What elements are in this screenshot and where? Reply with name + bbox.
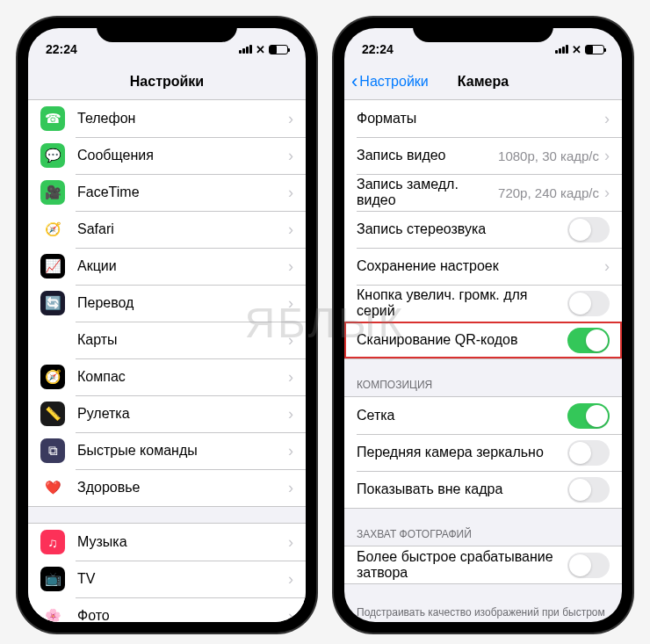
row-video[interactable]: Запись видео1080p, 30 кадр/с›	[344, 137, 622, 174]
row-label: Сканирование QR-кодов	[357, 332, 567, 348]
chevron-right-icon: ›	[288, 533, 293, 552]
chevron-right-icon: ›	[288, 405, 293, 423]
toggle-knob	[569, 219, 591, 241]
health-icon: ❤️	[40, 475, 65, 500]
row-label: Сетка	[357, 408, 567, 423]
chevron-right-icon: ›	[604, 147, 610, 165]
toggle-outside[interactable]	[567, 477, 610, 503]
camera-settings-list[interactable]: Форматы›Запись видео1080p, 30 кадр/с›Зап…	[344, 100, 622, 622]
notch	[413, 18, 553, 42]
battery-icon	[269, 45, 288, 54]
row-label: Акции	[77, 258, 288, 274]
chevron-right-icon: ›	[288, 221, 293, 239]
row-stocks[interactable]: 📈Акции›	[28, 248, 306, 285]
toggle-mirror[interactable]	[567, 440, 610, 466]
toggle-knob	[569, 554, 591, 576]
toggle-burst[interactable]	[567, 291, 610, 316]
nav-bar: Настройки	[28, 63, 306, 100]
chevron-right-icon: ›	[288, 184, 293, 202]
chevron-right-icon: ›	[288, 294, 293, 313]
row-preserve[interactable]: Сохранение настроек›	[344, 248, 622, 285]
row-compass[interactable]: 🧭Компас›	[28, 358, 306, 395]
page-title: Настройки	[130, 74, 204, 90]
row-label: Safari	[77, 221, 288, 237]
row-maps[interactable]: 🗺Карты›	[28, 322, 306, 358]
row-value: 1080p, 30 кадр/с	[498, 148, 599, 163]
phone-icon: ☎	[40, 106, 65, 131]
row-photos[interactable]: 🌸Фото›	[28, 597, 306, 622]
toggle-knob	[586, 329, 608, 351]
notch	[97, 18, 237, 42]
screen-left: 22:24 ✕ Настройки ☎Телефон›💬Сообщения›🎥F…	[28, 28, 306, 622]
settings-list[interactable]: ☎Телефон›💬Сообщения›🎥FaceTime›🧭Safari›📈А…	[28, 100, 306, 622]
chevron-right-icon: ›	[604, 110, 610, 128]
row-label: Перевод	[77, 295, 288, 311]
compass-icon: 🧭	[40, 365, 65, 389]
row-stereo[interactable]: Запись стереозвука	[344, 211, 622, 248]
chevron-left-icon: ‹	[351, 70, 358, 93]
row-label: Быстрые команды	[77, 443, 288, 459]
row-grid[interactable]: Сетка	[344, 397, 622, 434]
row-fast[interactable]: Более быстрое срабатывание затвора	[344, 546, 622, 583]
row-music[interactable]: ♫Музыка›	[28, 524, 306, 561]
section-header-capture: ЗАХВАТ ФОТОГРАФИЙ	[344, 525, 622, 546]
row-label: FaceTime	[77, 185, 288, 200]
row-safari[interactable]: 🧭Safari›	[28, 211, 306, 248]
wifi-icon: ✕	[256, 43, 265, 56]
row-label: Кнопка увелич. громк. для серий	[357, 287, 567, 319]
toggle-knob	[569, 479, 591, 501]
status-indicators: ✕	[555, 43, 604, 56]
toggle-grid[interactable]	[567, 403, 610, 429]
row-label: Запись видео	[357, 148, 498, 163]
row-label: Компас	[77, 369, 288, 385]
tv-icon: 📺	[40, 567, 65, 591]
chevron-right-icon: ›	[288, 331, 293, 350]
chevron-right-icon: ›	[288, 257, 293, 276]
row-formats[interactable]: Форматы›	[344, 100, 622, 137]
chevron-right-icon: ›	[288, 147, 293, 165]
row-label: Показывать вне кадра	[357, 481, 567, 497]
row-phone[interactable]: ☎Телефон›	[28, 100, 306, 137]
row-outside[interactable]: Показывать вне кадра	[344, 471, 622, 508]
status-indicators: ✕	[239, 43, 288, 56]
back-button[interactable]: ‹ Настройки	[351, 70, 429, 93]
row-qr[interactable]: Сканирование QR-кодов	[344, 322, 622, 358]
row-burst[interactable]: Кнопка увелич. громк. для серий	[344, 285, 622, 322]
row-label: Рулетка	[77, 406, 288, 422]
toggle-qr[interactable]	[567, 328, 610, 353]
row-health[interactable]: ❤️Здоровье›	[28, 469, 306, 506]
toggle-stereo[interactable]	[567, 217, 610, 242]
row-value: 720p, 240 кадр/с	[498, 185, 599, 200]
chevron-right-icon: ›	[288, 607, 293, 623]
row-measure[interactable]: 📏Рулетка›	[28, 395, 306, 432]
phone-left: 22:24 ✕ Настройки ☎Телефон›💬Сообщения›🎥F…	[18, 18, 316, 633]
wifi-icon: ✕	[572, 43, 581, 56]
section-footer-fast: Подстраивать качество изображений при бы…	[344, 600, 622, 622]
phone-right: 22:24 ✕ ‹ Настройки Камера Форматы›Запис…	[334, 18, 632, 633]
row-label: Передняя камера зеркально	[357, 445, 567, 460]
row-slomo[interactable]: Запись замедл. видео720p, 240 кадр/с›	[344, 174, 622, 211]
screen-right: 22:24 ✕ ‹ Настройки Камера Форматы›Запис…	[344, 28, 622, 622]
row-tv[interactable]: 📺TV›	[28, 561, 306, 597]
row-facetime[interactable]: 🎥FaceTime›	[28, 174, 306, 211]
chevron-right-icon: ›	[604, 184, 610, 202]
section-header-composition: КОМПОЗИЦИЯ	[344, 375, 622, 396]
row-messages[interactable]: 💬Сообщения›	[28, 137, 306, 174]
toggle-knob	[569, 442, 591, 464]
safari-icon: 🧭	[40, 217, 65, 242]
row-label: Более быстрое срабатывание затвора	[357, 549, 567, 581]
row-label: Запись замедл. видео	[357, 177, 498, 208]
row-shortcuts[interactable]: ⧉Быстрые команды›	[28, 432, 306, 469]
toggle-fast[interactable]	[567, 553, 610, 578]
measure-icon: 📏	[40, 402, 65, 426]
row-label: Фото	[77, 608, 288, 622]
row-label: TV	[77, 571, 288, 587]
row-label: Форматы	[357, 111, 604, 127]
chevron-right-icon: ›	[288, 110, 293, 128]
messages-icon: 💬	[40, 143, 65, 168]
row-label: Сохранение настроек	[357, 258, 604, 274]
nav-bar: ‹ Настройки Камера	[344, 63, 622, 100]
row-mirror[interactable]: Передняя камера зеркально	[344, 434, 622, 471]
row-translate[interactable]: 🔄Перевод›	[28, 285, 306, 322]
music-icon: ♫	[40, 530, 65, 554]
